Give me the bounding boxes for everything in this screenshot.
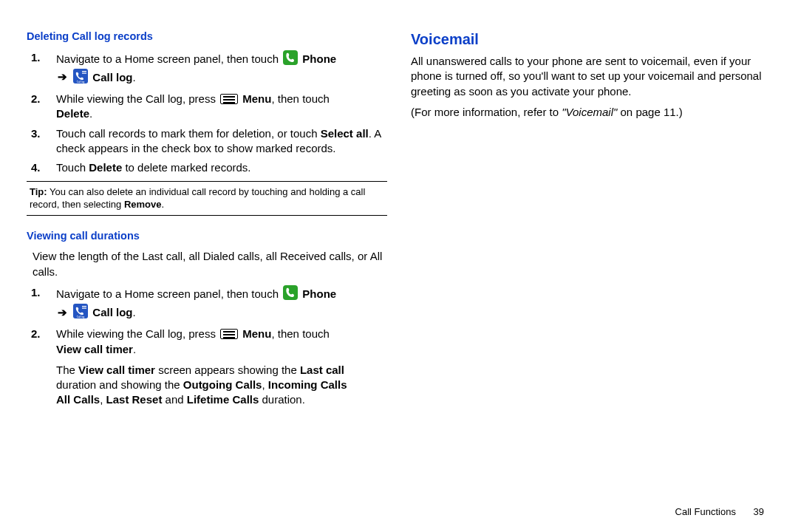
- step-number: 1.: [31, 50, 41, 65]
- view-call-timer-label: View call timer: [78, 364, 155, 376]
- phone-label: Phone: [302, 52, 336, 64]
- menu-label: Menu: [242, 92, 271, 105]
- svg-rect-3: [82, 72, 86, 73]
- call-log-icon: Call log: [73, 69, 88, 87]
- svg-rect-5: [283, 285, 298, 300]
- period: .: [133, 343, 136, 355]
- page-number: 39: [754, 506, 764, 517]
- tip-text: You can also delete an individual call r…: [30, 186, 365, 209]
- menu-hardkey-icon: [220, 329, 238, 339]
- step-number: 2.: [31, 327, 41, 341]
- subheading-viewing-call-durations: Viewing call durations: [27, 229, 387, 244]
- step-text: Navigate to a Home screen panel, then to…: [56, 52, 282, 64]
- step-text: While viewing the Call log, press: [56, 327, 219, 340]
- remove-label: Remove: [124, 199, 162, 210]
- step-item: 2. While viewing the Call log, press Men…: [50, 327, 387, 407]
- delete-label: Delete: [89, 161, 122, 174]
- left-column: Deleting Call log records 1. Navigate to…: [27, 30, 399, 502]
- all-calls-label: All Calls: [56, 393, 100, 406]
- menu-hardkey-icon: [220, 94, 238, 104]
- last-call-label: Last call: [300, 364, 344, 376]
- step-item: 1. Navigate to a Home screen panel, then…: [50, 50, 387, 88]
- steps-deleting: 1. Navigate to a Home screen panel, then…: [27, 50, 387, 176]
- step-text: While viewing the Call log, press: [56, 92, 219, 105]
- crossref-text: (For more information, refer to: [411, 106, 562, 118]
- last-reset-label: Last Reset: [106, 393, 163, 406]
- step-item: 1. Navigate to a Home screen panel, then…: [50, 285, 387, 323]
- step-text: duration.: [259, 393, 305, 406]
- step-text: screen appears showing the: [155, 364, 300, 376]
- svg-rect-8: [82, 308, 86, 309]
- step-text: , then touch: [271, 327, 329, 340]
- incoming-calls-label: Incoming Calls: [268, 378, 347, 391]
- tip-box: Tip: You can also delete an individual c…: [27, 181, 387, 216]
- manual-page: Deleting Call log records 1. Navigate to…: [0, 0, 798, 517]
- period: .: [133, 70, 136, 83]
- svg-rect-0: [283, 50, 298, 65]
- right-column: Voicemail All unanswered calls to your p…: [399, 30, 771, 502]
- svg-text:Call log: Call log: [77, 81, 85, 83]
- step-number: 1.: [31, 285, 41, 300]
- subheading-deleting-call-log: Deleting Call log records: [27, 30, 387, 44]
- step-number: 4.: [31, 160, 41, 175]
- step-number: 2.: [31, 92, 41, 106]
- crossref-text: on page 11.): [617, 106, 682, 118]
- step-text: , then touch: [271, 92, 329, 105]
- crossref-title: "Voicemail": [562, 106, 617, 118]
- page-footer: Call Functions 39: [675, 505, 764, 519]
- step-text: Touch: [56, 161, 89, 174]
- and: and: [162, 393, 186, 406]
- comma: ,: [100, 393, 106, 406]
- step-number: 3.: [31, 126, 41, 141]
- voicemail-paragraph: All unanswered calls to your phone are s…: [411, 54, 771, 99]
- svg-rect-2: [82, 71, 86, 72]
- svg-text:Call log: Call log: [77, 316, 85, 318]
- comma: ,: [262, 378, 267, 391]
- arrow-icon: ➔: [56, 306, 69, 318]
- step-text: Navigate to a Home screen panel, then to…: [56, 287, 282, 299]
- period: .: [133, 306, 136, 318]
- period: .: [89, 107, 92, 120]
- call-log-label: Call log: [92, 306, 132, 318]
- step-text: Touch call records to mark them for dele…: [56, 127, 321, 140]
- period: .: [161, 199, 164, 210]
- outgoing-calls-label: Outgoing Calls: [183, 378, 262, 391]
- step-text: to delete marked records.: [122, 161, 250, 174]
- phone-label: Phone: [302, 287, 336, 299]
- menu-label: Menu: [242, 327, 271, 340]
- lifetime-calls-label: Lifetime Calls: [187, 393, 259, 406]
- tip-label: Tip:: [30, 186, 47, 197]
- arrow-icon: ➔: [56, 70, 69, 83]
- step-item: 3. Touch call records to mark them for d…: [50, 126, 387, 157]
- intro-paragraph: View the length of the Last call, all Di…: [27, 249, 387, 279]
- step-text: duration and showing the: [56, 378, 183, 391]
- call-log-label: Call log: [92, 70, 132, 83]
- phone-app-icon: [283, 50, 298, 69]
- step-item: 4. Touch Delete to delete marked records…: [50, 160, 387, 175]
- svg-rect-7: [82, 306, 86, 307]
- view-call-timer-label: View call timer: [56, 343, 133, 355]
- step-item: 2. While viewing the Call log, press Men…: [50, 92, 387, 122]
- call-log-icon: Call log: [73, 304, 88, 322]
- steps-viewing: 1. Navigate to a Home screen panel, then…: [27, 285, 387, 408]
- voicemail-cross-ref: (For more information, refer to "Voicema…: [411, 105, 771, 120]
- step-text: The: [56, 364, 78, 376]
- section-heading-voicemail: Voicemail: [411, 30, 771, 50]
- select-all-label: Select all: [321, 127, 369, 140]
- phone-app-icon: [283, 285, 298, 304]
- footer-section-name: Call Functions: [675, 506, 736, 517]
- delete-label: Delete: [56, 107, 89, 120]
